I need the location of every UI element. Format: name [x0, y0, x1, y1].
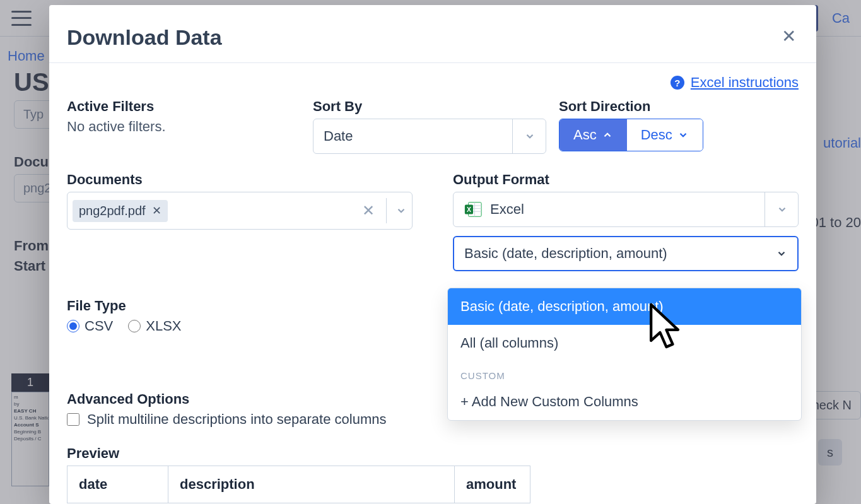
close-icon[interactable]: ✕ — [779, 25, 799, 48]
col-amount: amount — [455, 466, 530, 503]
active-filters-label: Active Filters — [67, 98, 300, 115]
document-chip-label: png2pdf.pdf — [79, 204, 146, 218]
dropdown-option-basic[interactable]: Basic (date, description, amount) — [448, 288, 801, 325]
excel-instructions-link[interactable]: ? Excel instructions — [671, 74, 799, 91]
sort-direction-label: Sort Direction — [559, 98, 799, 115]
sort-by-select[interactable]: Date — [313, 119, 546, 154]
svg-text:X: X — [467, 206, 471, 213]
sort-by-label: Sort By — [313, 98, 546, 115]
output-format-label: Output Format — [453, 172, 799, 188]
dropdown-option-all[interactable]: All (all columns) — [448, 325, 801, 361]
col-description: description — [168, 466, 455, 503]
excel-icon: X — [464, 200, 483, 219]
dropdown-custom-header: CUSTOM — [448, 361, 801, 384]
sort-by-value: Date — [324, 128, 353, 144]
preview-label: Preview — [67, 445, 799, 462]
sort-direction-toggle: Asc Desc — [559, 119, 703, 151]
columns-dropdown: Basic (date, description, amount) All (a… — [447, 288, 802, 421]
document-chip: png2pdf.pdf ✕ — [73, 200, 168, 222]
download-data-modal: Download Data ✕ ? Excel instructions Act… — [49, 5, 816, 504]
modal-title: Download Data — [67, 25, 222, 50]
file-type-csv-radio[interactable]: CSV — [67, 318, 113, 334]
table-header-row: date description amount — [67, 466, 530, 503]
help-icon: ? — [671, 76, 684, 90]
documents-multiselect[interactable]: png2pdf.pdf ✕ ✕ — [67, 192, 413, 230]
active-filters-value: No active filters. — [67, 119, 300, 135]
documents-section-label: Documents — [67, 172, 413, 188]
chevron-down-icon[interactable] — [386, 198, 407, 223]
preview-table: date description amount — [67, 466, 530, 503]
file-type-xlsx-radio[interactable]: XLSX — [128, 318, 181, 334]
col-date: date — [67, 466, 168, 503]
output-format-select[interactable]: X Excel — [453, 192, 799, 227]
dropdown-add-custom[interactable]: + Add New Custom Columns — [448, 384, 801, 420]
sort-desc-button[interactable]: Desc — [627, 119, 703, 151]
chevron-down-icon — [764, 192, 788, 226]
svg-rect-4 — [474, 202, 475, 217]
excel-instructions-label: Excel instructions — [691, 74, 799, 91]
chevron-down-icon — [512, 119, 536, 153]
chevron-down-icon — [764, 237, 787, 270]
chip-remove-icon[interactable]: ✕ — [152, 204, 161, 218]
split-multiline-label: Split multiline descriptions into separa… — [87, 411, 386, 428]
columns-select[interactable]: Basic (date, description, amount) — [453, 236, 799, 271]
clear-all-icon[interactable]: ✕ — [357, 202, 380, 220]
sort-asc-button[interactable]: Asc — [559, 119, 627, 151]
output-format-value: Excel — [490, 201, 524, 218]
columns-select-value: Basic (date, description, amount) — [464, 245, 667, 262]
